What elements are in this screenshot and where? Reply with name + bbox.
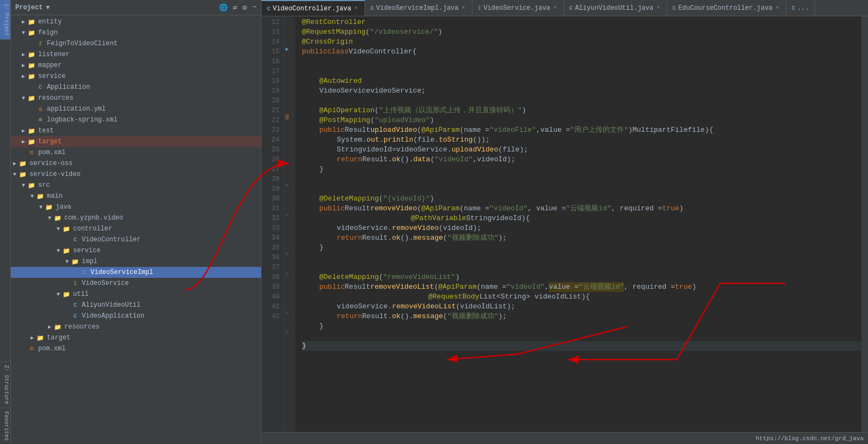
list-item[interactable]: ▼ 📁 com.yzpnb.video — [11, 212, 261, 223]
list-item[interactable]: ▶ 📁 target — [11, 136, 261, 147]
project-tree: ▶ 📁 entity ▼ 📁 feign I FeignToVideoClien… — [11, 15, 261, 444]
list-item[interactable]: ▼ 📁 util — [11, 289, 261, 300]
folder-icon: 📁 — [27, 126, 36, 135]
tab-icon: C — [267, 5, 271, 12]
code-line — [302, 263, 861, 272]
list-item[interactable]: ▼ 📁 java — [11, 202, 261, 212]
tab-close-icon[interactable]: × — [354, 5, 359, 11]
java-class-icon: C — [71, 301, 80, 309]
tab-icon: C — [792, 5, 796, 11]
list-item[interactable]: ▼ 📁 service — [11, 245, 261, 256]
tab-icon: C — [371, 5, 374, 11]
list-item[interactable]: ▼ 📁 resources — [11, 93, 261, 104]
code-line — [302, 184, 861, 194]
list-item[interactable]: I VideoService — [11, 278, 261, 289]
code-line: @DeleteMapping("removeVideoList") — [302, 272, 861, 282]
tab-close-icon[interactable]: × — [655, 5, 661, 11]
list-item[interactable]: ▶ 📁 test — [11, 125, 261, 136]
code-line: videoService.removeVideo(videoId); — [302, 223, 861, 233]
minimize-icon[interactable]: − — [252, 3, 257, 11]
list-item[interactable]: ▼ 📁 impl — [11, 256, 261, 267]
scrollbar-area[interactable] — [861, 16, 868, 432]
code-line — [302, 66, 861, 76]
list-item[interactable]: ▼ 📁 feign — [11, 27, 261, 38]
list-item[interactable]: ▶ 📁 entity — [11, 16, 261, 27]
code-line: @RequestBody List<String> videoIdList){ — [302, 292, 861, 302]
globe-icon[interactable]: 🌐 — [219, 3, 228, 12]
tab-video-service-impl[interactable]: C VideoServiceImpl.java × — [365, 0, 472, 16]
code-line: String videoId=videoService.uploadVideo(… — [302, 145, 861, 155]
list-item[interactable]: ▶ 📁 mapper — [11, 60, 261, 71]
sidebar-tab-project[interactable]: 1: Project — [0, 0, 10, 40]
tab-icon: C — [672, 5, 676, 11]
list-item[interactable]: C VideoServiceImpl — [11, 267, 261, 278]
tab-aliyun-video-util[interactable]: C AliyunVideoUtil.java × — [564, 0, 667, 16]
maven-icon: m — [27, 148, 36, 157]
java-class-icon: C — [71, 312, 80, 320]
tab-video-controller[interactable]: C VideoController.java × — [262, 0, 365, 16]
diff-icon[interactable]: ⇄ — [233, 3, 238, 12]
tab-video-service[interactable]: I VideoService.java × — [472, 0, 564, 16]
status-url: https://blog.csdn.net/grd_java — [756, 435, 864, 442]
code-content[interactable]: @RestController @RequestMapping("/videos… — [295, 16, 861, 432]
code-line: videoService.removeVideoList(videoIdList… — [302, 302, 861, 312]
list-item[interactable]: ▶ 📁 target — [11, 332, 261, 343]
list-item[interactable]: ⚙ application.yml — [11, 104, 261, 114]
breakpoint-icon: ○ — [286, 311, 288, 316]
list-item[interactable]: ▼ 📁 main — [11, 191, 261, 202]
list-item[interactable]: ≡ logback-spring.xml — [11, 114, 261, 125]
list-item[interactable]: m pom.xml — [11, 343, 261, 354]
code-line: public Result removeVideoList(@ApiParam(… — [302, 282, 861, 292]
code-line: @CrossOrigin — [302, 37, 861, 47]
xml-icon: ≡ — [36, 115, 45, 124]
tab-icon: C — [569, 5, 573, 11]
folder-icon: 📁 — [27, 137, 36, 146]
folder-icon: 📁 — [27, 28, 36, 37]
tab-close-icon[interactable]: × — [775, 5, 780, 11]
code-line — [302, 351, 861, 361]
list-item[interactable]: ▼ 📁 service-video — [11, 169, 261, 180]
folder-icon: 📁 — [53, 214, 62, 222]
list-item[interactable]: C VideoController — [11, 234, 261, 245]
list-item[interactable]: C Application — [11, 82, 261, 93]
bookmark-icon: ▶ — [286, 46, 289, 52]
list-item[interactable]: I FeignToVideoClient — [11, 38, 261, 49]
tab-close-icon[interactable]: × — [553, 5, 558, 11]
project-header: Project ▼ 🌐 ⇄ ⚙ − — [11, 0, 261, 15]
folder-icon: 📁 — [27, 72, 36, 81]
code-line — [302, 96, 861, 106]
list-item[interactable]: C AliyunVideoUtil — [11, 300, 261, 311]
folder-icon: 📁 — [36, 333, 45, 342]
code-line: public Result removeVideo(@ApiParam(name… — [302, 204, 861, 214]
tab-more[interactable]: C ... — [786, 0, 815, 16]
list-item[interactable]: m pom.xml — [11, 147, 261, 158]
code-line — [302, 174, 861, 184]
folder-icon: 📁 — [53, 323, 62, 331]
code-line: return Result.ok().data("videoId",videoI… — [302, 155, 861, 165]
java-class-icon: C — [71, 235, 80, 244]
tab-close-icon[interactable]: × — [461, 5, 466, 11]
left-sidebar: 1: Project Z: Structure Favorites — [0, 0, 11, 444]
list-item[interactable]: ▶ 📁 resources — [11, 321, 261, 332]
project-title: Project — [15, 4, 43, 11]
warning-icon: @ — [286, 114, 289, 120]
list-item[interactable]: ▶ 📁 service-oss — [11, 158, 261, 169]
breakpoint-icon: ○ — [286, 212, 288, 218]
breakpoint-icon: ○ — [286, 252, 288, 257]
code-line: @RequestMapping("/videoservice/") — [302, 27, 861, 37]
list-item[interactable]: C VideoApplication — [11, 311, 261, 321]
list-item[interactable]: ▶ 📁 service — [11, 71, 261, 82]
settings-icon[interactable]: ⚙ — [242, 3, 247, 12]
sidebar-tab-favorites[interactable]: Favorites — [0, 407, 10, 444]
list-item[interactable]: ▼ 📁 src — [11, 180, 261, 191]
code-line: @ApiOperation("上传视频（以流形式上传，并且直接转码）") — [302, 106, 861, 115]
sidebar-tab-structure[interactable]: Z: Structure — [0, 361, 10, 407]
code-line: @RestController — [302, 17, 861, 27]
list-item[interactable]: ▶ 📁 listener — [11, 49, 261, 60]
code-line: @DeleteMapping("{videoId}") — [302, 194, 861, 204]
list-item[interactable]: ▼ 📁 controller — [11, 223, 261, 234]
tab-edu-course-controller[interactable]: C EduCourseController.java × — [667, 0, 786, 16]
java-class-icon: C — [36, 83, 45, 92]
gutter: ▶ @ ○ ○ ○ ○ ○ ○ — [284, 16, 295, 432]
code-line: System.out.println(file.toString()); — [302, 135, 861, 145]
